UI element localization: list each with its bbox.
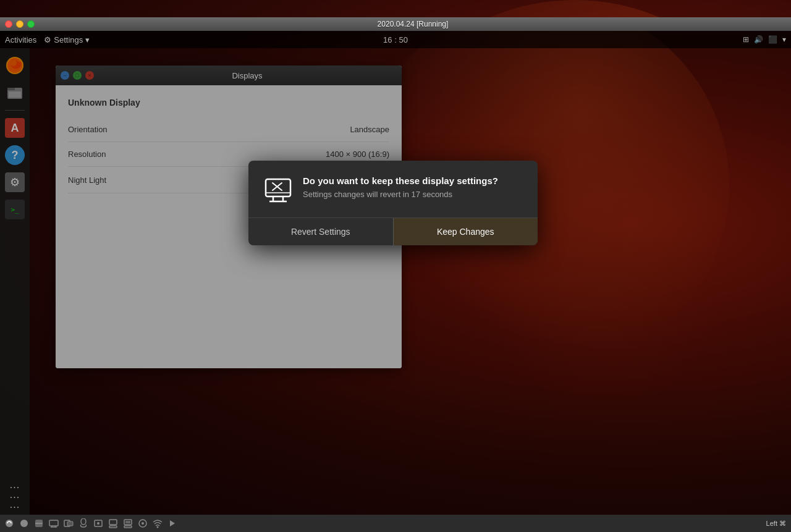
vm-window-controls [5,20,35,28]
network-icon [153,518,163,528]
taskbar-icon-3 [34,518,44,528]
revert-settings-button[interactable]: Revert Settings [248,218,393,245]
svg-rect-22 [49,520,58,526]
dialog-subtitle: Settings changes will revert in 17 secon… [303,190,523,199]
vm-title: 2020.04.24 [Running] [40,20,786,28]
taskbar-item-network[interactable] [151,517,164,530]
display-settings-dialog: Do you want to keep these display settin… [248,161,538,245]
dialog-body: Do you want to keep these display settin… [248,161,538,205]
desktop: 2020.04.24 [Running] Activities ⚙ Settin… [0,0,791,532]
arrow-icon [167,518,177,528]
taskbar-icon-8 [108,518,118,528]
taskbar-icon-6 [78,518,88,528]
taskbar-icon-4 [49,518,59,528]
svg-point-38 [157,526,159,528]
bottom-taskbar: Left ⌘ [0,515,791,532]
svg-point-28 [81,518,86,525]
taskbar-keyboard-indicator: Left ⌘ [764,520,789,528]
dialog-title: Do you want to keep these display settin… [303,175,523,186]
taskbar-item-2[interactable] [17,517,31,530]
ubuntu-desktop: Activities ⚙ Settings ▾ 16 : 50 ⊞ 🔊 ⬛ ▾ [0,31,791,515]
taskbar-item-3[interactable] [32,517,46,530]
dialog-overlay: Do you want to keep these display settin… [0,31,791,515]
taskbar-item-8[interactable] [106,517,120,530]
taskbar-item-7[interactable] [91,517,105,530]
svg-rect-31 [109,520,117,525]
svg-point-18 [6,520,13,527]
svg-point-19 [20,520,28,527]
vm-titlebar: 2020.04.24 [Running] [0,17,791,31]
dialog-monitor-icon [263,175,293,205]
taskbar-icon-7 [93,518,103,528]
taskbar-icon-2 [19,518,29,528]
taskbar-item-9[interactable] [121,517,135,530]
vm-minimize-button[interactable] [16,20,23,28]
taskbar-item-arrow[interactable] [166,517,179,530]
svg-rect-34 [125,521,130,523]
taskbar-item-10[interactable] [136,517,150,530]
taskbar-icon-5 [64,518,74,528]
vm-close-button[interactable] [5,20,12,28]
taskbar-icon-10 [138,518,148,528]
svg-point-30 [97,522,99,525]
taskbar-icon-1 [4,518,14,528]
keep-changes-button[interactable]: Keep Changes [393,218,538,245]
svg-rect-35 [124,526,132,528]
taskbar-right: Left ⌘ [764,520,789,528]
taskbar-item-5[interactable] [62,517,75,530]
svg-rect-32 [109,526,117,528]
dialog-buttons: Revert Settings Keep Changes [248,217,538,245]
svg-marker-39 [170,520,175,526]
svg-point-37 [142,522,144,525]
vm-maximize-button[interactable] [27,20,35,28]
taskbar-icon-9 [123,518,133,528]
taskbar-item-1[interactable] [2,517,16,530]
taskbar-item-6[interactable] [77,517,90,530]
taskbar-item-4[interactable] [47,517,61,530]
dialog-text-area: Do you want to keep these display settin… [303,175,523,205]
svg-rect-27 [67,521,73,526]
